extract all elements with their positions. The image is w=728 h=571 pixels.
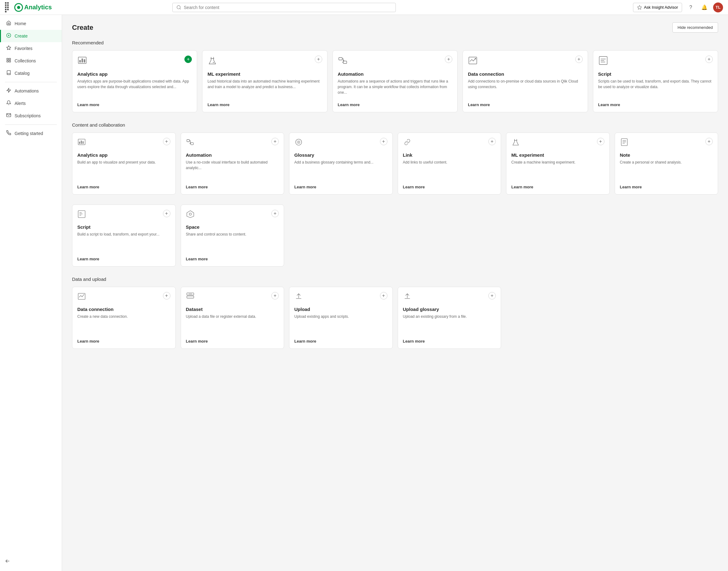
card-plus-script[interactable]: + bbox=[705, 55, 713, 63]
svg-marker-5 bbox=[6, 45, 11, 50]
card-learn-automation[interactable]: Learn more bbox=[338, 102, 452, 107]
card-recommended-data-connection[interactable]: + Data connection Add connections to on-… bbox=[462, 50, 588, 112]
card-learn-du-upload[interactable]: Learn more bbox=[294, 339, 388, 344]
card-name-du-dataset: Dataset bbox=[186, 307, 279, 312]
card-plus-automation[interactable]: + bbox=[445, 55, 452, 63]
layout: Home Create Favorites Collections Catalo… bbox=[0, 15, 728, 571]
card-plus-green[interactable]: + bbox=[184, 55, 192, 63]
sidebar-item-alerts[interactable]: Alerts bbox=[0, 97, 62, 110]
card-icon-row: + bbox=[77, 138, 171, 149]
qlik-logo[interactable]: Analytics bbox=[14, 3, 52, 12]
sidebar-item-create[interactable]: Create bbox=[0, 30, 62, 42]
sidebar-label-automations: Automations bbox=[15, 89, 39, 93]
card-plus-du-upload[interactable]: + bbox=[380, 292, 388, 300]
card-learn-cc-script[interactable]: Learn more bbox=[77, 257, 171, 261]
card-plus-dataconn[interactable]: + bbox=[575, 55, 583, 63]
card-cc-automation[interactable]: + Automation Use a no-code visual interf… bbox=[181, 132, 284, 195]
card-plus-cc-ml[interactable]: + bbox=[597, 138, 605, 145]
card-desc-cc-space: Share and control access to content. bbox=[186, 231, 279, 253]
card-recommended-script[interactable]: + Script Scripts can be used to load, tr… bbox=[593, 50, 718, 112]
insight-advisor-label: Ask Insight Advisor bbox=[644, 5, 678, 10]
card-plus-du-dataconn[interactable]: + bbox=[163, 292, 171, 300]
help-button[interactable]: ? bbox=[686, 2, 696, 12]
card-learn-cc-automation[interactable]: Learn more bbox=[186, 185, 279, 189]
card-name-du-upload-glossary: Upload glossary bbox=[403, 307, 496, 312]
grid-menu-icon[interactable] bbox=[5, 2, 11, 12]
card-desc-du-upload-glossary: Upload an existing glossary from a file. bbox=[403, 314, 496, 336]
card-plus-du-upload-glossary[interactable]: + bbox=[488, 292, 496, 300]
du-upload-glossary-icon bbox=[403, 292, 412, 303]
card-icon-row: + bbox=[207, 55, 322, 68]
search-input[interactable] bbox=[184, 5, 392, 10]
sidebar-item-getting-started[interactable]: Getting started bbox=[0, 127, 62, 140]
card-icon-row: + bbox=[468, 55, 583, 68]
card-learn-cc-space[interactable]: Learn more bbox=[186, 257, 279, 261]
content-collaboration-grid-top: + Analytics app Build an app to visualiz… bbox=[72, 132, 718, 195]
card-name-cc-note: Note bbox=[620, 152, 713, 158]
card-plus-cc-link[interactable]: + bbox=[488, 138, 496, 145]
card-desc-cc-script: Build a script to load, transform, and e… bbox=[77, 231, 171, 253]
card-du-dataset[interactable]: + Dataset Upload a data file or register… bbox=[181, 287, 284, 349]
card-plus-cc-analytics[interactable]: + bbox=[163, 138, 171, 145]
search-icon bbox=[176, 5, 181, 10]
card-learn-dataconn[interactable]: Learn more bbox=[468, 102, 583, 107]
card-learn-analytics-app[interactable]: Learn more bbox=[77, 102, 192, 107]
card-cc-script[interactable]: + Script Build a script to load, transfo… bbox=[72, 205, 176, 266]
card-name-cc-ml: ML experiment bbox=[511, 152, 605, 158]
card-recommended-analytics-app[interactable]: + Analytics app Analytics apps are purpo… bbox=[72, 50, 197, 112]
card-learn-du-dataset[interactable]: Learn more bbox=[186, 339, 279, 344]
app-name: Analytics bbox=[24, 4, 52, 11]
card-recommended-automation[interactable]: + Automation Automations are a sequence … bbox=[332, 50, 457, 112]
card-name-du-dataconn: Data connection bbox=[77, 307, 171, 312]
card-du-data-connection[interactable]: + Data connection Create a new data conn… bbox=[72, 287, 176, 349]
card-learn-cc-glossary[interactable]: Learn more bbox=[294, 185, 388, 189]
du-data-connection-icon bbox=[77, 292, 86, 303]
user-avatar[interactable]: TL bbox=[713, 2, 723, 12]
catalog-icon bbox=[6, 70, 11, 76]
card-recommended-ml-experiment[interactable]: + ML experiment Load historical data int… bbox=[202, 50, 327, 112]
sidebar-item-automations[interactable]: Automations bbox=[0, 85, 62, 97]
sidebar-item-subscriptions[interactable]: Subscriptions bbox=[0, 110, 62, 122]
sidebar-item-favorites[interactable]: Favorites bbox=[0, 42, 62, 54]
card-icon-row: + bbox=[77, 55, 192, 68]
sidebar-label-favorites: Favorites bbox=[15, 46, 32, 51]
card-cc-glossary[interactable]: + Glossary Add a business glossary conta… bbox=[289, 132, 393, 195]
card-learn-ml[interactable]: Learn more bbox=[207, 102, 322, 107]
card-learn-cc-link[interactable]: Learn more bbox=[403, 185, 496, 189]
card-plus-cc-script[interactable]: + bbox=[163, 210, 171, 217]
collections-icon bbox=[6, 58, 11, 64]
card-name-cc-automation: Automation bbox=[186, 152, 279, 158]
sidebar-collapse-button[interactable] bbox=[0, 556, 62, 566]
card-desc-du-dataset: Upload a data file or register external … bbox=[186, 314, 279, 336]
card-cc-analytics-app[interactable]: + Analytics app Build an app to visualiz… bbox=[72, 132, 176, 195]
card-du-upload-glossary[interactable]: + Upload glossary Upload an existing glo… bbox=[398, 287, 501, 349]
card-cc-note[interactable]: + Note Create a personal or shared analy… bbox=[615, 132, 718, 195]
card-learn-cc-analytics[interactable]: Learn more bbox=[77, 185, 171, 189]
card-learn-du-upload-glossary[interactable]: Learn more bbox=[403, 339, 496, 344]
card-learn-script[interactable]: Learn more bbox=[598, 102, 713, 107]
sidebar-item-catalog[interactable]: Catalog bbox=[0, 67, 62, 80]
sidebar-item-home[interactable]: Home bbox=[0, 17, 62, 30]
search-bar[interactable] bbox=[172, 3, 396, 12]
svg-rect-28 bbox=[191, 142, 193, 145]
card-plus-cc-automation[interactable]: + bbox=[271, 138, 279, 145]
sidebar-item-collections[interactable]: Collections bbox=[0, 54, 62, 67]
card-du-upload[interactable]: + Upload Upload existing apps and script… bbox=[289, 287, 393, 349]
insight-advisor-button[interactable]: Ask Insight Advisor bbox=[633, 3, 682, 12]
card-plus-cc-glossary[interactable]: + bbox=[380, 138, 388, 145]
card-cc-link[interactable]: + Link Add links to useful content. Lear… bbox=[398, 132, 501, 195]
card-learn-du-dataconn[interactable]: Learn more bbox=[77, 339, 171, 344]
card-plus-ml[interactable]: + bbox=[315, 55, 322, 63]
cc-analytics-app-icon bbox=[77, 138, 86, 149]
card-learn-cc-ml[interactable]: Learn more bbox=[511, 185, 605, 189]
card-plus-cc-note[interactable]: + bbox=[705, 138, 713, 145]
card-desc-cc-glossary: Add a business glossary containing terms… bbox=[294, 159, 388, 182]
card-plus-cc-space[interactable]: + bbox=[271, 210, 279, 217]
card-cc-space[interactable]: + Space Share and control access to cont… bbox=[181, 205, 284, 266]
card-plus-du-dataset[interactable]: + bbox=[271, 292, 279, 300]
hide-recommended-button[interactable]: Hide recommended bbox=[672, 22, 718, 32]
card-learn-cc-note[interactable]: Learn more bbox=[620, 185, 713, 189]
card-name-analytics-app: Analytics app bbox=[77, 72, 192, 77]
card-cc-ml-experiment[interactable]: + ML experiment Create a machine learnin… bbox=[506, 132, 610, 195]
notifications-button[interactable]: 🔔 bbox=[700, 2, 709, 12]
